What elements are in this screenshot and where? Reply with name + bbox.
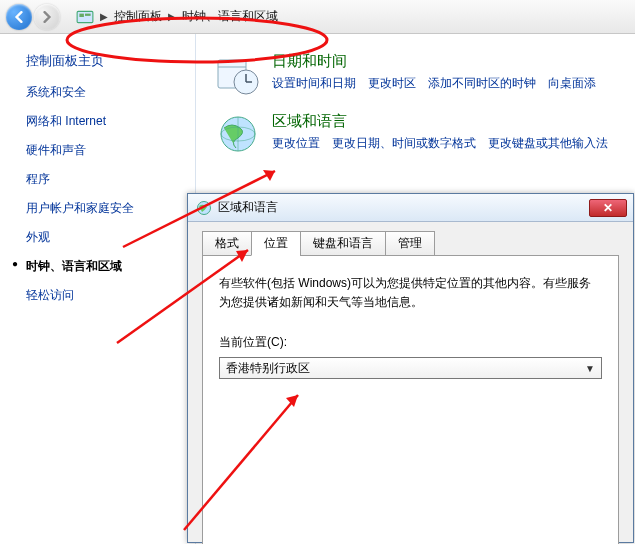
section-title[interactable]: 区域和语言 (272, 112, 608, 131)
sidebar-item-current[interactable]: 时钟、语言和区域 (26, 258, 195, 275)
section-link[interactable]: 向桌面添 (548, 75, 596, 92)
control-panel-icon (76, 8, 94, 26)
arrow-left-icon (13, 11, 25, 23)
nav-forward-button[interactable] (34, 4, 60, 30)
svg-rect-1 (79, 13, 84, 16)
section-link[interactable]: 更改键盘或其他输入法 (488, 135, 608, 152)
explorer-navbar: ▶ 控制面板 ▶ 时钟、语言和区域 (0, 0, 635, 34)
sidebar-title[interactable]: 控制面板主页 (26, 52, 195, 70)
sidebar-item[interactable]: 网络和 Internet (26, 113, 195, 130)
section-link[interactable]: 更改时区 (368, 75, 416, 92)
clock-calendar-icon (216, 52, 260, 96)
tabstrip: 格式 位置 键盘和语言 管理 (202, 231, 633, 256)
section-link[interactable]: 设置时间和日期 (272, 75, 356, 92)
section-link[interactable]: 更改日期、时间或数字格式 (332, 135, 476, 152)
chevron-right-icon: ▶ (168, 11, 176, 22)
tab-format[interactable]: 格式 (202, 231, 252, 256)
section-title[interactable]: 日期和时间 (272, 52, 596, 71)
sidebar: 控制面板主页 系统和安全 网络和 Internet 硬件和声音 程序 用户帐户和… (0, 34, 196, 544)
tab-panel-location: 有些软件(包括 Windows)可以为您提供特定位置的其他内容。有些服务为您提供… (202, 255, 619, 544)
sidebar-item[interactable]: 系统和安全 (26, 84, 195, 101)
tab-admin[interactable]: 管理 (385, 231, 435, 256)
dialog-title: 区域和语言 (218, 199, 589, 216)
section-link[interactable]: 添加不同时区的时钟 (428, 75, 536, 92)
location-value: 香港特别行政区 (226, 360, 310, 377)
help-text: 有些软件(包括 Windows)可以为您提供特定位置的其他内容。有些服务为您提供… (219, 274, 602, 312)
tab-location[interactable]: 位置 (251, 231, 301, 256)
sidebar-item[interactable]: 用户帐户和家庭安全 (26, 200, 195, 217)
close-button[interactable]: ✕ (589, 199, 627, 217)
tab-keyboard-language[interactable]: 键盘和语言 (300, 231, 386, 256)
close-icon: ✕ (603, 202, 613, 214)
breadcrumb[interactable]: ▶ 控制面板 ▶ 时钟、语言和区域 (76, 8, 278, 26)
chevron-right-icon: ▶ (100, 11, 108, 22)
globe-icon (196, 200, 212, 216)
svg-rect-2 (85, 13, 91, 15)
sidebar-item[interactable]: 外观 (26, 229, 195, 246)
location-select[interactable]: 香港特别行政区 ▼ (219, 357, 602, 379)
chevron-down-icon: ▼ (585, 363, 595, 374)
globe-icon (216, 112, 260, 156)
sidebar-item[interactable]: 轻松访问 (26, 287, 195, 304)
section-link[interactable]: 更改位置 (272, 135, 320, 152)
section-region-language: 区域和语言 更改位置 更改日期、时间或数字格式 更改键盘或其他输入法 (216, 112, 635, 156)
breadcrumb-leaf[interactable]: 时钟、语言和区域 (182, 8, 278, 25)
sidebar-item[interactable]: 硬件和声音 (26, 142, 195, 159)
arrow-right-icon (41, 11, 53, 23)
sidebar-list: 系统和安全 网络和 Internet 硬件和声音 程序 用户帐户和家庭安全 外观… (26, 84, 195, 304)
location-label: 当前位置(C): (219, 334, 602, 351)
region-language-dialog: 区域和语言 ✕ 格式 位置 键盘和语言 管理 有些软件(包括 Windows)可… (187, 193, 634, 543)
nav-back-button[interactable] (6, 4, 32, 30)
sidebar-item[interactable]: 程序 (26, 171, 195, 188)
section-date-time: 日期和时间 设置时间和日期 更改时区 添加不同时区的时钟 向桌面添 (216, 52, 635, 96)
dialog-titlebar[interactable]: 区域和语言 ✕ (188, 194, 633, 222)
breadcrumb-root[interactable]: 控制面板 (114, 8, 162, 25)
